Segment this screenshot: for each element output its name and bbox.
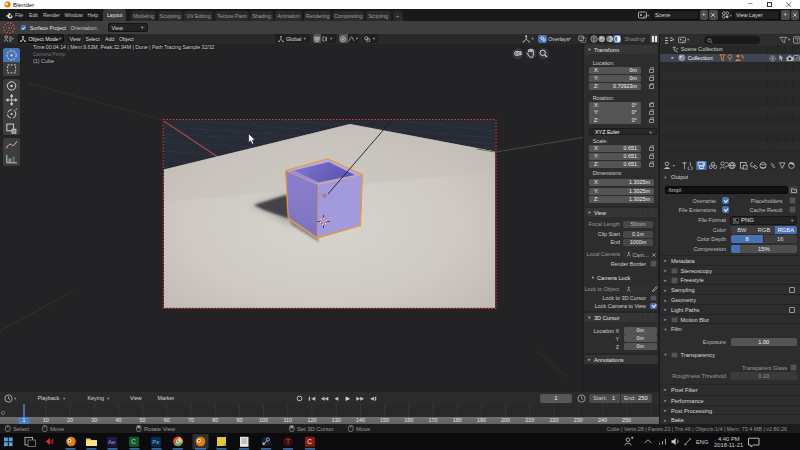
svg-text:100: 100 [259, 417, 268, 423]
svg-text:70: 70 [188, 417, 194, 423]
svg-text:220: 220 [550, 417, 559, 423]
svg-text:C: C [307, 438, 312, 445]
svg-text:140: 140 [356, 417, 365, 423]
svg-text:10: 10 [43, 417, 49, 423]
svg-text:30: 30 [91, 417, 97, 423]
svg-text:Select: Select [13, 426, 30, 432]
svg-text:2018-11-21: 2018-11-21 [714, 442, 743, 448]
svg-text:230: 230 [574, 417, 583, 423]
svg-text:Ps: Ps [152, 439, 159, 445]
svg-text:Move: Move [50, 426, 64, 432]
svg-text:90: 90 [236, 417, 242, 423]
svg-text:T: T [286, 438, 290, 445]
svg-text:240: 240 [598, 417, 607, 423]
svg-text:Ae: Ae [108, 439, 116, 445]
svg-text:Rotate View: Rotate View [144, 426, 176, 432]
svg-text:210: 210 [525, 417, 534, 423]
svg-text:Move: Move [356, 426, 370, 432]
svg-text:190: 190 [477, 417, 486, 423]
svg-text:130: 130 [332, 417, 341, 423]
svg-text:60: 60 [164, 417, 170, 423]
svg-text:170: 170 [429, 417, 438, 423]
svg-text:1: 1 [23, 417, 26, 423]
svg-text:4:40 PM: 4:40 PM [718, 436, 740, 442]
svg-text:Set 3D Cursor: Set 3D Cursor [297, 426, 334, 432]
svg-text:80: 80 [212, 417, 218, 423]
svg-text:250: 250 [622, 417, 631, 423]
svg-text:C: C [131, 438, 136, 445]
svg-text:20: 20 [67, 417, 73, 423]
svg-text:50: 50 [140, 417, 146, 423]
svg-text:110: 110 [284, 417, 293, 423]
svg-text:150: 150 [380, 417, 389, 423]
svg-text:40: 40 [115, 417, 121, 423]
svg-text:160: 160 [404, 417, 413, 423]
svg-text:180: 180 [453, 417, 462, 423]
svg-text:120: 120 [308, 417, 317, 423]
svg-text:200: 200 [501, 417, 510, 423]
svg-text:ENG: ENG [696, 439, 709, 445]
